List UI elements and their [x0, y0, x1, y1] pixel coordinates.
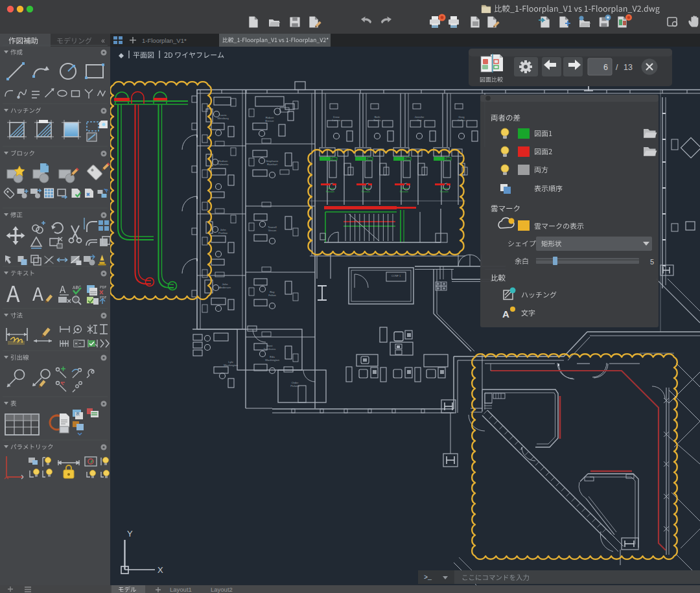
svg-text:CONF 1: CONF 1	[391, 274, 401, 277]
svg-text:Washington: Washington	[224, 364, 239, 367]
svg-text:Trucksess: Trucksess	[264, 347, 276, 351]
svg-text:Rainhart: Rainhart	[267, 163, 278, 166]
svg-text:1-Floorplan_V1*: 1-Floorplan_V1*	[142, 37, 187, 44]
svg-text:Palmetto: Palmetto	[218, 163, 229, 166]
svg-text:Person: Person	[400, 190, 408, 193]
svg-text:Person: Person	[440, 190, 449, 193]
svg-text:X: X	[158, 565, 163, 575]
svg-text:Sachs: Sachs	[373, 119, 381, 122]
svg-text:Y: Y	[127, 529, 133, 539]
svg-text:Anderson: Anderson	[219, 286, 231, 289]
svg-text:Larsen: Larsen	[332, 119, 341, 122]
svg-text:Person: Person	[362, 190, 370, 193]
svg-text:/: /	[616, 63, 618, 72]
svg-text:6: 6	[603, 63, 608, 72]
svg-text:13: 13	[624, 63, 633, 72]
svg-text:Layout1: Layout1	[170, 586, 192, 593]
svg-text:Person: Person	[326, 190, 334, 193]
svg-text:Cox: Cox	[417, 119, 422, 122]
svg-text:Felton: Felton	[268, 294, 276, 297]
svg-text:>_: >_	[424, 574, 432, 581]
svg-text:Layout2: Layout2	[211, 586, 233, 593]
svg-text:5: 5	[650, 258, 654, 266]
svg-text:A: A	[502, 308, 509, 320]
svg-text:Vinson: Vinson	[268, 229, 277, 232]
svg-text:Pretlow: Pretlow	[218, 231, 228, 235]
svg-text:Weisburg: Weisburg	[217, 117, 229, 120]
svg-text:Collins: Collins	[458, 119, 466, 122]
svg-text:Washington: Washington	[265, 358, 280, 362]
svg-text:Breiser: Breiser	[265, 119, 274, 122]
